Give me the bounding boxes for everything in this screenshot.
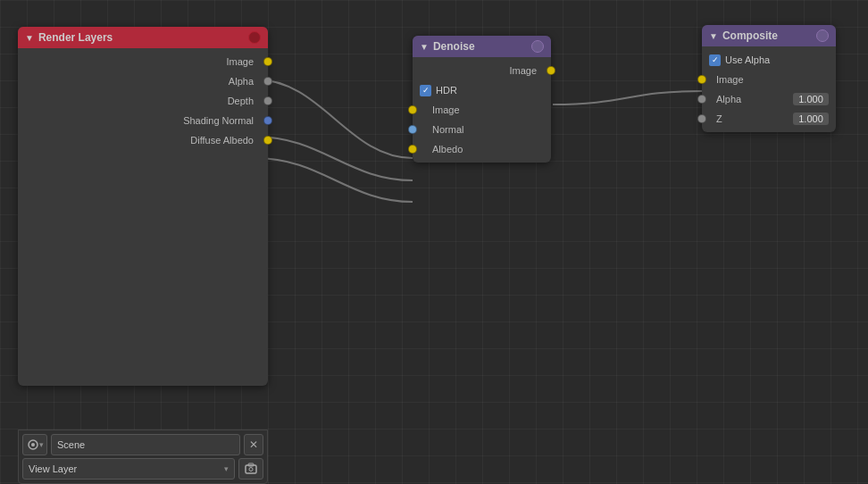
chevron-down-icon: ▾ bbox=[224, 464, 229, 473]
use-alpha-checkbox[interactable]: ✓ bbox=[709, 54, 721, 66]
bottom-panel: ▾ Scene ✕ View Layer ▾ bbox=[18, 430, 268, 484]
composite-z-label: Z bbox=[709, 113, 789, 124]
output-shading-normal-label: Shading Normal bbox=[25, 115, 261, 126]
scene-dropdown[interactable]: Scene bbox=[51, 434, 240, 455]
render-layers-title: Render Layers bbox=[38, 31, 113, 44]
composite-header: ▼ Composite bbox=[702, 25, 836, 46]
output-shading-normal-row: Shading Normal bbox=[18, 111, 268, 130]
output-shading-normal-socket[interactable] bbox=[263, 116, 272, 125]
output-depth-socket[interactable] bbox=[263, 96, 272, 105]
output-depth-label: Depth bbox=[25, 96, 261, 106]
denoise-output-image-socket[interactable] bbox=[547, 66, 555, 75]
svg-point-4 bbox=[249, 468, 253, 471]
output-image-row: Image bbox=[18, 52, 268, 71]
denoise-output-image-row: Image bbox=[413, 61, 551, 80]
denoise-icon bbox=[531, 40, 544, 53]
composite-image-label: Image bbox=[709, 74, 829, 85]
scene-clear-button[interactable]: ✕ bbox=[244, 434, 263, 455]
scene-label: Scene bbox=[57, 439, 85, 450]
render-layers-empty-area bbox=[18, 150, 268, 382]
composite-alpha-field: Alpha 1.000 bbox=[702, 89, 836, 109]
hdr-label: HDR bbox=[436, 85, 457, 96]
use-alpha-label: Use Alpha bbox=[725, 54, 770, 65]
denoise-input-image-socket[interactable] bbox=[408, 105, 417, 114]
render-layers-header: ▼ Render Layers bbox=[18, 27, 268, 48]
composite-z-field: Z 1.000 bbox=[702, 109, 836, 129]
denoise-header: ▼ Denoise bbox=[413, 36, 551, 57]
denoise-input-albedo-label: Albedo bbox=[420, 144, 544, 154]
output-image-socket[interactable] bbox=[263, 57, 272, 66]
composite-body: ✓ Use Alpha Image Alpha 1.000 Z 1.000 bbox=[702, 46, 836, 132]
output-diffuse-albedo-label: Diffuse Albedo bbox=[25, 135, 261, 146]
scene-icon bbox=[27, 438, 39, 451]
denoise-input-albedo-row: Albedo bbox=[413, 139, 551, 159]
denoise-input-normal-label: Normal bbox=[420, 124, 544, 135]
chevron-scene: ▾ bbox=[39, 440, 44, 449]
render-layers-icon bbox=[248, 31, 261, 44]
composite-alpha-value[interactable]: 1.000 bbox=[793, 93, 829, 105]
denoise-input-image-label: Image bbox=[420, 104, 544, 115]
composite-title: Composite bbox=[722, 29, 778, 42]
svg-point-1 bbox=[31, 443, 35, 446]
denoise-node: ▼ Denoise Image ✓ HDR Image Normal Albed… bbox=[413, 36, 551, 163]
denoise-output-image-label: Image bbox=[420, 65, 544, 76]
render-layers-body: Image Alpha Depth Shading Normal Diffuse… bbox=[18, 48, 268, 386]
denoise-input-albedo-socket[interactable] bbox=[408, 145, 417, 154]
denoise-input-normal-socket[interactable] bbox=[408, 125, 417, 134]
render-icon-button[interactable] bbox=[238, 458, 263, 480]
view-layer-dropdown[interactable]: View Layer ▾ bbox=[22, 458, 235, 480]
output-alpha-row: Alpha bbox=[18, 71, 268, 91]
view-layer-label: View Layer bbox=[29, 463, 77, 474]
composite-node: ▼ Composite ✓ Use Alpha Image Alpha 1.00… bbox=[702, 25, 836, 132]
composite-collapse-arrow[interactable]: ▼ bbox=[709, 31, 718, 41]
use-alpha-row: ✓ Use Alpha bbox=[702, 50, 836, 70]
view-layer-row: View Layer ▾ bbox=[22, 458, 263, 480]
output-depth-row: Depth bbox=[18, 91, 268, 111]
composite-alpha-label: Alpha bbox=[709, 94, 789, 104]
composite-z-socket[interactable] bbox=[697, 114, 706, 123]
denoise-collapse-arrow[interactable]: ▼ bbox=[420, 42, 429, 52]
denoise-input-normal-row: Normal bbox=[413, 120, 551, 139]
composite-icon bbox=[816, 29, 829, 42]
output-alpha-label: Alpha bbox=[25, 76, 261, 87]
x-icon: ✕ bbox=[249, 438, 258, 451]
hdr-row: ✓ HDR bbox=[413, 80, 551, 100]
denoise-title: Denoise bbox=[433, 40, 475, 53]
hdr-checkbox[interactable]: ✓ bbox=[420, 85, 431, 96]
render-layers-node: ▼ Render Layers Image Alpha Depth Shadin… bbox=[18, 27, 268, 386]
composite-z-value[interactable]: 1.000 bbox=[793, 113, 829, 125]
output-diffuse-albedo-row: Diffuse Albedo bbox=[18, 130, 268, 150]
composite-alpha-socket[interactable] bbox=[697, 95, 706, 104]
composite-image-row: Image bbox=[702, 70, 836, 89]
output-image-label: Image bbox=[25, 56, 261, 67]
output-alpha-socket[interactable] bbox=[263, 77, 272, 86]
denoise-input-image-row: Image bbox=[413, 100, 551, 120]
scene-row: ▾ Scene ✕ bbox=[22, 434, 263, 455]
composite-image-socket[interactable] bbox=[697, 75, 706, 84]
output-diffuse-albedo-socket[interactable] bbox=[263, 136, 272, 145]
collapse-arrow[interactable]: ▼ bbox=[25, 33, 34, 43]
camera-icon bbox=[244, 462, 258, 476]
denoise-body: Image ✓ HDR Image Normal Albedo bbox=[413, 57, 551, 163]
scene-icon-button[interactable]: ▾ bbox=[22, 434, 47, 455]
